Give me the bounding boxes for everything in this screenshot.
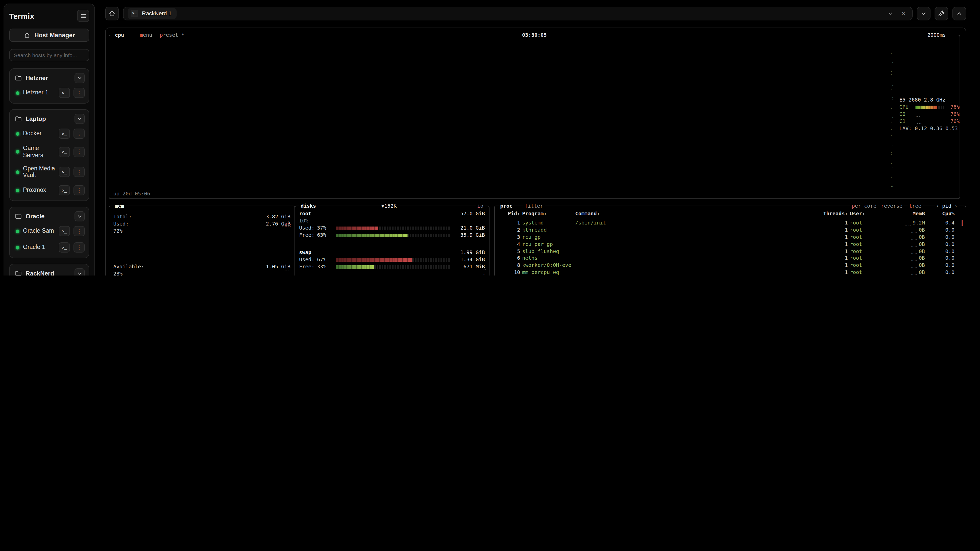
process-row[interactable]: 1systemd/sbin/init1root⣀⣀9.2M0.4▊ [495, 219, 963, 227]
host-group: RackNerdRackNerd 1>_⋮RackNerd 2>_⋮ [9, 264, 89, 275]
process-row[interactable]: 2kthreadd1root⣀⣀0B0.0 [495, 227, 963, 233]
host-group: OracleOracle Sam>_⋮Oracle 1>_⋮ [9, 206, 89, 258]
col-program[interactable]: Program: [522, 210, 573, 218]
host-row[interactable]: Proxmox>_⋮ [13, 183, 86, 197]
kebab-icon: ⋮ [76, 89, 82, 96]
mem-used-graph: ⢀⣴⣧ [280, 221, 291, 227]
uptime: up 20d 05:06 [113, 191, 150, 197]
col-pid[interactable]: Pid: [498, 210, 520, 218]
terminal-icon: >_ [130, 10, 138, 17]
host-manager-button[interactable]: Host Manager [9, 29, 89, 42]
host-terminal-button[interactable]: >_ [59, 129, 70, 139]
host-menu-button[interactable]: ⋮ [73, 226, 85, 236]
host-row[interactable]: Oracle 1>_⋮ [13, 240, 86, 254]
menu-toggle[interactable]: menu [138, 32, 154, 38]
folder-icon [15, 270, 22, 275]
host-row[interactable]: Oracle Sam>_⋮ [13, 224, 86, 238]
status-dot [16, 189, 19, 192]
collapse-down-button[interactable] [917, 6, 931, 20]
mem-graph: ⣀⣀ [910, 256, 918, 261]
mem-panel: mem Total:3.82 GiB Used:2.76 GiB 72% Ava… [109, 206, 295, 275]
home-button[interactable] [105, 6, 119, 20]
app-title: Termix [9, 11, 35, 20]
per-core-toggle[interactable]: per-core [850, 203, 878, 209]
disk-used-pct: 67% [317, 256, 326, 263]
host-search-input[interactable] [9, 49, 89, 61]
proc-program: kworker/0:0H-eve [522, 262, 573, 269]
col-cpu[interactable]: Cpu% [927, 210, 955, 218]
host-menu-button[interactable]: ⋮ [73, 242, 85, 252]
proc-user: root [850, 219, 887, 227]
disk-name: swap [299, 249, 457, 256]
proc-program: kthreadd [522, 227, 573, 233]
col-memb[interactable]: MemB [889, 210, 925, 218]
preset-toggle[interactable]: preset * [158, 32, 186, 38]
disk-used-value: 21.0 GiB [453, 224, 485, 232]
server-tools-button[interactable] [935, 6, 948, 20]
io-mode-toggle[interactable]: io [476, 203, 485, 209]
process-row[interactable]: 8kworker/0:0H-eve1root⣀⣀0B0.0 [495, 262, 963, 269]
host-terminal-button[interactable]: >_ [59, 167, 70, 177]
proc-cpu: 0.0 [927, 262, 955, 269]
host-terminal-button[interactable]: >_ [59, 242, 70, 252]
group-collapse-button[interactable] [75, 114, 85, 124]
terminal-view[interactable]: cpu menu preset * 03:30:05 2000ms ⡀⠀⢀⠀⡀⠄… [105, 27, 966, 275]
sort-selector[interactable]: ‹ pid › [935, 203, 959, 209]
close-icon: ✕ [901, 10, 906, 17]
group-collapse-button[interactable] [75, 268, 85, 275]
group-header[interactable]: RackNerd [13, 267, 86, 275]
group-header[interactable]: Hetzner [13, 71, 86, 86]
folder-icon [15, 115, 22, 122]
col-user[interactable]: User: [850, 210, 887, 218]
disk-free-meter [336, 265, 450, 268]
disk-io-label: IO% [299, 218, 308, 224]
host-menu-button[interactable]: ⋮ [73, 167, 85, 177]
app-window: Termix Host Manager HetznerHetzner 1>_⋮L… [0, 0, 980, 275]
cpu-meter-value: 76% [946, 103, 959, 111]
collapse-up-button[interactable] [953, 6, 966, 20]
cpu-model: E5-2680 2.8 GHz [899, 97, 959, 103]
process-row[interactable]: 6netns1root⣀⣀0B0.0 [495, 255, 963, 262]
group-header[interactable]: Oracle [13, 210, 86, 224]
host-row[interactable]: Docker>_⋮ [13, 127, 86, 141]
terminal-icon: >_ [62, 91, 67, 95]
process-row[interactable]: 4rcu_par_gp1root⣀⣀0B0.0 [495, 241, 963, 248]
host-row[interactable]: Open Media Vault>_⋮ [13, 163, 86, 181]
host-terminal-button[interactable]: >_ [59, 147, 70, 157]
host-terminal-button[interactable]: >_ [59, 88, 70, 98]
process-row[interactable]: 5slub_flushwq1root⣀⣀0B0.0 [495, 248, 963, 255]
reverse-toggle[interactable]: reverse [880, 203, 904, 209]
folder-icon [15, 213, 22, 220]
kebab-icon: ⋮ [76, 187, 82, 194]
group-header[interactable]: Laptop [13, 112, 86, 127]
disk-free-pct: 63% [317, 232, 326, 239]
close-tab-button[interactable]: ✕ [899, 9, 908, 18]
chevron-up-icon [956, 10, 963, 17]
process-list[interactable]: 1systemd/sbin/init1root⣀⣀9.2M0.4▊2kthrea… [495, 219, 963, 275]
refresh-rate[interactable]: 2000ms [926, 32, 947, 38]
tab-racknerd-1[interactable]: >_ RackNerd 1 [127, 8, 177, 19]
host-menu-button[interactable]: ⋮ [73, 147, 85, 157]
group-collapse-button[interactable] [75, 211, 85, 221]
process-row[interactable]: 10mm_percpu_wq1root⣀⣀0B0.0 [495, 269, 963, 275]
host-terminal-button[interactable]: >_ [59, 185, 70, 195]
host-menu-button[interactable]: ⋮ [73, 129, 85, 139]
mem-stat-label: Used: [113, 221, 129, 227]
col-command[interactable]: Command: [575, 210, 810, 218]
group-collapse-button[interactable] [75, 73, 85, 83]
host-terminal-button[interactable]: >_ [59, 226, 70, 236]
chevron-down-icon [76, 115, 83, 122]
core1-graph: ⢀⣀ [915, 118, 944, 125]
host-row[interactable]: Game Servers>_⋮ [13, 143, 86, 161]
host-row[interactable]: Hetzner 1>_⋮ [13, 86, 86, 100]
tab-list-button[interactable] [886, 9, 895, 18]
tree-toggle[interactable]: tree [907, 203, 923, 209]
proc-cpu: 0.0 [927, 241, 955, 248]
host-menu-button[interactable]: ⋮ [73, 185, 85, 195]
col-threads[interactable]: Threads: [812, 210, 848, 218]
proc-filter-toggle[interactable]: filter [523, 203, 545, 209]
sidebar-menu-button[interactable] [77, 10, 89, 22]
process-row[interactable]: 3rcu_gp1root⣀⣀0B0.0 [495, 233, 963, 241]
host-menu-button[interactable]: ⋮ [73, 88, 85, 98]
status-dot [16, 91, 19, 95]
